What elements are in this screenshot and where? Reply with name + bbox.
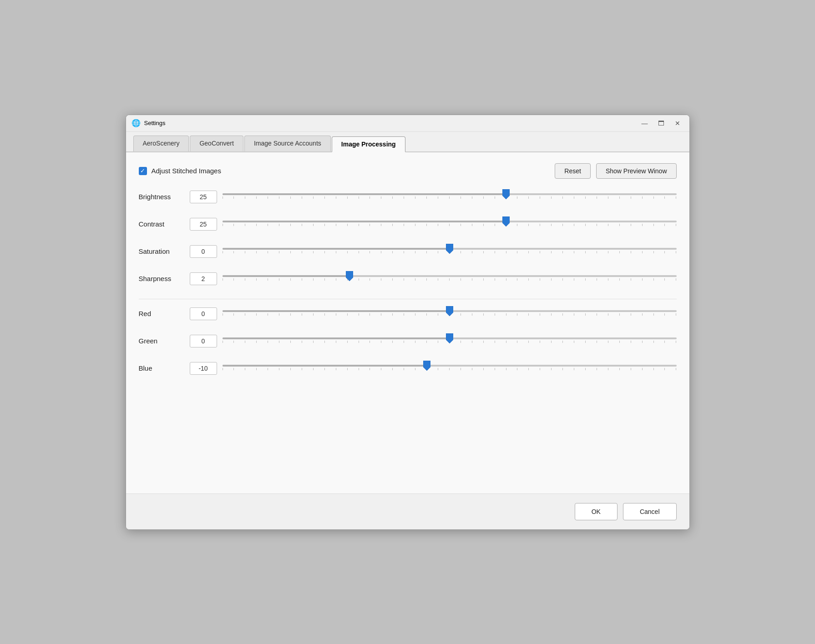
- color-separator: [139, 299, 677, 299]
- sliders-container: Brightness25 Contrast25 Saturation0 Shar…: [139, 190, 677, 376]
- blue-slider-container: [223, 361, 677, 376]
- slider-row-green: Green0: [139, 334, 677, 348]
- sharpness-label: Sharpness: [139, 275, 184, 282]
- svg-marker-2: [446, 244, 453, 254]
- sharpness-thumb[interactable]: [346, 271, 353, 281]
- blue-track[interactable]: [223, 365, 677, 367]
- tab-aeroscenery[interactable]: AeroScenery: [133, 136, 189, 151]
- saturation-slider-container: [223, 244, 677, 259]
- cancel-button[interactable]: Cancel: [623, 503, 677, 520]
- svg-marker-0: [502, 189, 510, 199]
- slider-row-sharpness: Sharpness2: [139, 272, 677, 286]
- green-thumb[interactable]: [446, 333, 453, 343]
- tab-image-processing[interactable]: Image Processing: [332, 136, 405, 152]
- app-icon: 🌐: [132, 119, 141, 128]
- ok-button[interactable]: OK: [575, 503, 618, 520]
- tab-image-source-accounts[interactable]: Image Source Accounts: [244, 136, 331, 151]
- contrast-slider-container: [223, 217, 677, 231]
- title-bar-left: 🌐 Settings: [132, 119, 166, 128]
- svg-marker-1: [502, 216, 510, 226]
- slider-row-saturation: Saturation0: [139, 244, 677, 259]
- red-thumb[interactable]: [446, 306, 453, 316]
- saturation-label: Saturation: [139, 247, 184, 255]
- contrast-track[interactable]: [223, 221, 677, 222]
- slider-row-contrast: Contrast25: [139, 217, 677, 231]
- green-fill: [223, 337, 450, 339]
- top-row: ✓ Adjust Stitched Images Reset Show Prev…: [139, 163, 677, 179]
- blue-label: Blue: [139, 364, 184, 372]
- slider-row-blue: Blue-10: [139, 361, 677, 376]
- contrast-fill: [223, 221, 506, 222]
- brightness-slider-container: [223, 190, 677, 204]
- top-buttons: Reset Show Preview Winow: [555, 163, 676, 179]
- brightness-thumb[interactable]: [502, 189, 510, 199]
- saturation-fill: [223, 248, 450, 250]
- blue-ticks: [223, 367, 677, 370]
- contrast-value[interactable]: 25: [190, 218, 217, 231]
- sharpness-slider-container: [223, 272, 677, 286]
- minimize-button[interactable]: —: [638, 119, 651, 128]
- preview-button[interactable]: Show Preview Winow: [596, 163, 677, 179]
- svg-marker-3: [346, 271, 353, 281]
- window-title: Settings: [144, 120, 166, 126]
- green-label: Green: [139, 337, 184, 345]
- green-track[interactable]: [223, 337, 677, 339]
- sharpness-value[interactable]: 2: [190, 272, 217, 285]
- blue-value[interactable]: -10: [190, 362, 217, 375]
- brightness-fill: [223, 193, 506, 195]
- title-bar: 🌐 Settings — 🗖 ✕: [126, 115, 689, 132]
- brightness-track[interactable]: [223, 193, 677, 195]
- slider-row-brightness: Brightness25: [139, 190, 677, 204]
- svg-marker-6: [423, 361, 430, 371]
- contrast-label: Contrast: [139, 220, 184, 228]
- brightness-ticks: [223, 195, 677, 199]
- svg-marker-5: [446, 333, 453, 343]
- sharpness-fill: [223, 275, 349, 277]
- adjust-stitched-label: ✓ Adjust Stitched Images: [139, 167, 221, 175]
- brightness-label: Brightness: [139, 193, 184, 201]
- green-slider-container: [223, 334, 677, 348]
- reset-button[interactable]: Reset: [555, 163, 591, 179]
- adjust-stitched-checkbox[interactable]: ✓: [139, 167, 147, 175]
- close-button[interactable]: ✕: [671, 119, 684, 128]
- red-track[interactable]: [223, 310, 677, 312]
- tabs-bar: AeroScenery GeoConvert Image Source Acco…: [126, 132, 689, 152]
- maximize-button[interactable]: 🗖: [655, 119, 668, 128]
- saturation-track[interactable]: [223, 248, 677, 250]
- contrast-ticks: [223, 222, 677, 226]
- saturation-thumb[interactable]: [446, 244, 453, 254]
- svg-marker-4: [446, 306, 453, 316]
- red-label: Red: [139, 310, 184, 317]
- sharpness-ticks: [223, 277, 677, 281]
- green-value[interactable]: 0: [190, 335, 217, 347]
- blue-fill: [223, 365, 427, 367]
- tab-content: ✓ Adjust Stitched Images Reset Show Prev…: [126, 152, 689, 493]
- footer: OK Cancel: [126, 493, 689, 529]
- title-bar-controls: — 🗖 ✕: [638, 119, 684, 128]
- red-fill: [223, 310, 450, 312]
- sharpness-track[interactable]: [223, 275, 677, 277]
- brightness-value[interactable]: 25: [190, 191, 217, 203]
- saturation-value[interactable]: 0: [190, 245, 217, 258]
- tab-geoconvert[interactable]: GeoConvert: [190, 136, 243, 151]
- red-slider-container: [223, 307, 677, 321]
- blue-thumb[interactable]: [423, 361, 430, 371]
- settings-window: 🌐 Settings — 🗖 ✕ AeroScenery GeoConvert …: [126, 115, 690, 530]
- contrast-thumb[interactable]: [502, 216, 510, 226]
- slider-row-red: Red0: [139, 307, 677, 321]
- red-value[interactable]: 0: [190, 307, 217, 320]
